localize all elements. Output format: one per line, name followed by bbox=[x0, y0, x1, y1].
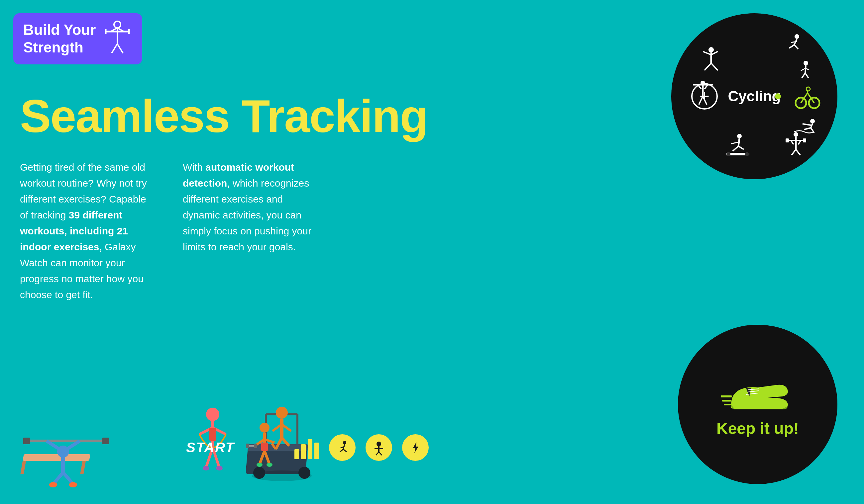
weightlifter-icon bbox=[103, 20, 132, 58]
active-indicator bbox=[775, 93, 781, 99]
start-label: START bbox=[186, 440, 235, 456]
svg-point-56 bbox=[256, 463, 263, 467]
stretching-sport-icon bbox=[698, 47, 721, 73]
svg-point-22 bbox=[69, 482, 77, 488]
svg-line-121 bbox=[804, 128, 811, 130]
svg-line-80 bbox=[805, 73, 808, 78]
svg-rect-14 bbox=[103, 438, 109, 444]
walking-sport-icon bbox=[796, 60, 814, 81]
svg-line-81 bbox=[801, 69, 805, 71]
svg-line-118 bbox=[796, 149, 800, 155]
energy-circle-icon bbox=[402, 434, 429, 461]
svg-point-102 bbox=[737, 134, 742, 138]
bar2 bbox=[301, 444, 306, 459]
body-col2: With automatic workout detection, which … bbox=[183, 159, 319, 303]
svg-line-93 bbox=[705, 63, 711, 70]
svg-line-94 bbox=[711, 63, 718, 70]
brand-badge: Build YourStrength bbox=[13, 13, 142, 64]
svg-line-105 bbox=[739, 146, 744, 149]
svg-line-120 bbox=[811, 123, 813, 128]
svg-rect-13 bbox=[23, 438, 30, 444]
cycling-label: Cycling bbox=[728, 88, 781, 105]
svg-point-96 bbox=[700, 81, 705, 85]
cycling-watch-face: + Cycling bbox=[671, 13, 837, 179]
main-heading: Seamless Tracking bbox=[20, 93, 428, 139]
svg-point-119 bbox=[810, 119, 815, 123]
svg-point-108 bbox=[727, 152, 730, 156]
svg-line-78 bbox=[805, 65, 806, 73]
svg-line-123 bbox=[803, 124, 811, 125]
svg-rect-112 bbox=[785, 138, 789, 143]
svg-point-0 bbox=[114, 21, 121, 28]
body-text-area: Getting tired of the same old workout ro… bbox=[20, 159, 319, 303]
svg-rect-11 bbox=[80, 461, 86, 474]
svg-point-88 bbox=[806, 87, 810, 91]
col2-text-after: , which recognizes different exercises a… bbox=[183, 177, 311, 252]
bench-press-illustration bbox=[20, 401, 179, 488]
cycling-sport-icon bbox=[794, 86, 821, 110]
svg-point-89 bbox=[708, 47, 714, 52]
shoe-icon bbox=[721, 371, 794, 419]
pullup-sport-icon bbox=[689, 80, 716, 110]
swimming-sport-icon bbox=[793, 118, 817, 136]
svg-line-103 bbox=[739, 138, 740, 146]
svg-point-23 bbox=[206, 408, 219, 421]
svg-point-60 bbox=[343, 441, 346, 444]
svg-line-106 bbox=[731, 142, 739, 144]
body-col1: Getting tired of the same old workout ro… bbox=[20, 159, 156, 303]
svg-line-55 bbox=[265, 451, 269, 464]
svg-point-21 bbox=[49, 482, 57, 488]
svg-rect-113 bbox=[803, 138, 806, 143]
col2-text-before: With bbox=[183, 162, 205, 173]
dumbbell-figure-icon bbox=[244, 421, 285, 474]
svg-rect-9 bbox=[23, 454, 91, 461]
keep-it-up-label: Keep it up! bbox=[717, 419, 799, 438]
svg-point-66 bbox=[376, 442, 381, 446]
svg-rect-52 bbox=[254, 444, 257, 448]
start-row: START bbox=[186, 421, 429, 474]
svg-point-47 bbox=[260, 423, 269, 433]
brand-title: Build YourStrength bbox=[23, 21, 96, 57]
svg-point-109 bbox=[745, 152, 749, 156]
bar4 bbox=[314, 443, 319, 459]
running-sport-icon bbox=[784, 33, 804, 53]
svg-line-75 bbox=[794, 45, 798, 49]
bar-chart-icon bbox=[295, 436, 319, 459]
treadmill-sport-icon bbox=[724, 133, 751, 156]
watch-running: Keep it up! bbox=[678, 325, 837, 484]
svg-line-101 bbox=[703, 96, 707, 105]
svg-line-74 bbox=[789, 45, 794, 48]
svg-rect-10 bbox=[20, 461, 26, 474]
svg-line-100 bbox=[699, 96, 703, 105]
svg-point-37 bbox=[276, 407, 288, 419]
svg-line-7 bbox=[112, 44, 117, 53]
svg-rect-51 bbox=[246, 444, 249, 448]
svg-line-53 bbox=[265, 439, 275, 443]
svg-rect-58 bbox=[261, 443, 268, 451]
svg-line-104 bbox=[733, 146, 739, 151]
svg-point-57 bbox=[266, 463, 273, 467]
svg-line-117 bbox=[792, 149, 796, 155]
svg-point-72 bbox=[794, 34, 799, 39]
watch-cycling: + Cycling bbox=[671, 13, 837, 179]
bar3 bbox=[308, 439, 312, 459]
svg-line-54 bbox=[260, 451, 265, 464]
run-circle-icon bbox=[329, 434, 356, 461]
svg-line-79 bbox=[802, 73, 805, 78]
svg-point-77 bbox=[804, 61, 808, 65]
person-circle-icon bbox=[365, 434, 392, 461]
svg-line-8 bbox=[117, 44, 123, 53]
bar1 bbox=[295, 449, 299, 459]
